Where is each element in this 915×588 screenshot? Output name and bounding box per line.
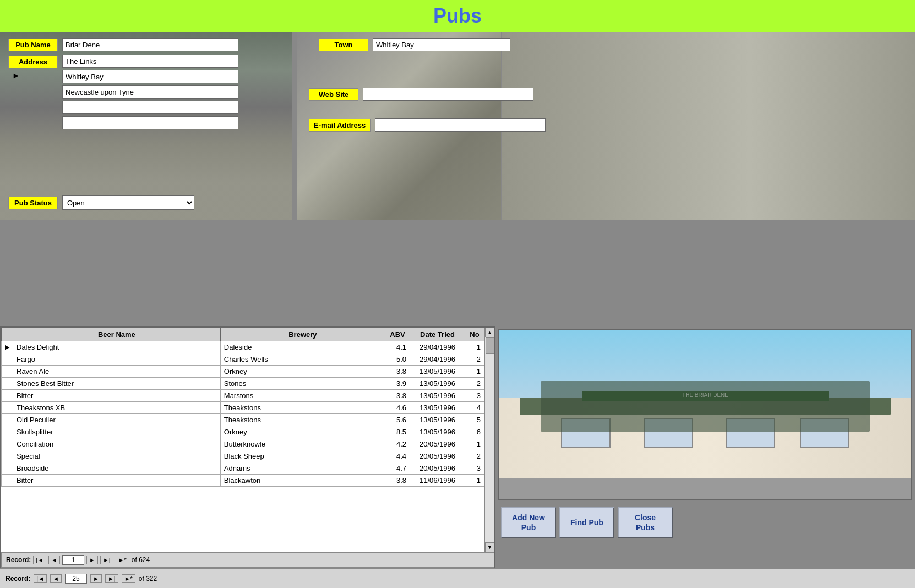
outer-prev-btn[interactable]: ◄: [50, 574, 62, 583]
row-arrow: [2, 390, 13, 402]
action-buttons: Add NewPub Find Pub ClosePubs: [498, 504, 912, 541]
row-arrow: [2, 438, 13, 450]
col-beer-name: Beer Name: [13, 328, 221, 341]
inner-new-btn[interactable]: ►*: [116, 556, 129, 564]
pub-name-label: Pub Name: [8, 39, 58, 51]
abv-cell: 4.2: [385, 438, 410, 450]
abv-cell: 5.6: [385, 414, 410, 426]
row-arrow: [2, 402, 13, 414]
date-tried-cell: 13/05/1996: [410, 426, 465, 438]
pub-status-label: Pub Status: [8, 197, 58, 209]
brewery-cell: Orkney: [220, 366, 385, 378]
find-pub-button[interactable]: Find Pub: [559, 507, 614, 538]
form-overlay: Pub Name Town Address Web: [0, 32, 915, 144]
scroll-track: [485, 337, 494, 542]
address-line2-input[interactable]: [62, 70, 238, 83]
table-row[interactable]: Theakstons XBTheakstons4.613/05/19964: [2, 402, 484, 414]
table-row[interactable]: BitterMarstons3.813/05/19963: [2, 390, 484, 402]
col-abv: ABV: [385, 328, 410, 341]
no-cell: 4: [465, 402, 484, 414]
town-input[interactable]: [373, 38, 510, 51]
inner-record-total: of 624: [132, 556, 150, 564]
no-cell: 2: [465, 378, 484, 390]
beer-name-cell: Old Peculier: [13, 414, 221, 426]
scroll-thumb[interactable]: [486, 337, 494, 354]
table-row[interactable]: SpecialBlack Sheep4.420/05/19962: [2, 450, 484, 462]
table-row[interactable]: FargoCharles Wells5.029/04/19962: [2, 353, 484, 366]
table-row[interactable]: ConciliationButterknowle4.220/05/19961: [2, 438, 484, 450]
date-tried-cell: 13/05/1996: [410, 414, 465, 426]
outer-record-nav: Record: |◄ ◄ ► ►| ►* of 322: [0, 568, 915, 588]
date-tried-cell: 29/04/1996: [410, 341, 465, 353]
brewery-cell: Theakstons: [220, 402, 385, 414]
abv-cell: 3.8: [385, 390, 410, 402]
website-input[interactable]: [363, 88, 533, 101]
table-row[interactable]: Raven AleOrkney3.813/05/19961: [2, 366, 484, 378]
row-arrow: [2, 378, 13, 390]
beer-name-cell: Dales Delight: [13, 341, 221, 353]
table-header-row: Beer Name Brewery ABV Date Tried No: [2, 328, 484, 341]
col-brewery: Brewery: [220, 328, 385, 341]
row-arrow: [2, 414, 13, 426]
date-tried-cell: 13/05/1996: [410, 366, 465, 378]
beer-table-body: ▶Dales DelightDaleside4.129/04/19961Farg…: [2, 341, 484, 487]
pub-building-image: THE BRIAR DENE: [499, 330, 911, 499]
table-row[interactable]: Old PeculierTheakstons5.613/05/19965: [2, 414, 484, 426]
no-cell: 1: [465, 438, 484, 450]
beer-name-cell: Broadside: [13, 462, 221, 475]
add-new-pub-button[interactable]: Add NewPub: [501, 507, 556, 538]
brewery-cell: Black Sheep: [220, 450, 385, 462]
inner-prev-btn[interactable]: ◄: [48, 556, 60, 564]
abv-cell: 8.5: [385, 426, 410, 438]
row-arrow: [2, 353, 13, 366]
scroll-up-arrow[interactable]: ▲: [485, 328, 494, 337]
abv-cell: 5.0: [385, 353, 410, 366]
beer-table-container: Beer Name Brewery ABV Date Tried No ▶Dal…: [0, 326, 495, 569]
inner-next-btn[interactable]: ►: [86, 556, 98, 564]
outer-last-btn[interactable]: ►|: [105, 574, 118, 583]
date-tried-cell: 29/04/1996: [410, 353, 465, 366]
inner-current-record[interactable]: [62, 555, 84, 565]
table-scrollbar[interactable]: ▲ ▼: [484, 328, 494, 552]
outer-current-record[interactable]: [65, 574, 87, 584]
town-label: Town: [319, 39, 368, 51]
table-row[interactable]: ▶Dales DelightDaleside4.129/04/19961: [2, 341, 484, 353]
address-line1-input[interactable]: [62, 55, 238, 68]
address-line3-input[interactable]: [62, 85, 238, 99]
close-pubs-button[interactable]: ClosePubs: [618, 507, 673, 538]
brewery-cell: Charles Wells: [220, 353, 385, 366]
beer-name-cell: Conciliation: [13, 438, 221, 450]
pub-status-row: Pub Status Open Closed Unknown: [8, 195, 194, 210]
inner-record-nav: Record: |◄ ◄ ► ►| ►* of 624: [1, 552, 494, 568]
table-row[interactable]: Stones Best BitterStones3.913/05/19962: [2, 378, 484, 390]
outer-record-total: of 322: [139, 575, 157, 582]
pub-status-select[interactable]: Open Closed Unknown: [62, 195, 194, 210]
address-line5-input[interactable]: [62, 116, 238, 129]
address-line4-input[interactable]: [62, 101, 238, 114]
date-tried-cell: 13/05/1996: [410, 402, 465, 414]
no-cell: 2: [465, 353, 484, 366]
row-arrow: ▶: [2, 341, 13, 353]
beer-table: Beer Name Brewery ABV Date Tried No ▶Dal…: [1, 328, 484, 487]
scroll-down-arrow[interactable]: ▼: [485, 542, 494, 552]
no-cell: 1: [465, 475, 484, 487]
website-label: Web Site: [309, 88, 358, 101]
pub-name-input[interactable]: [62, 38, 238, 51]
table-inner: Beer Name Brewery ABV Date Tried No ▶Dal…: [1, 328, 484, 552]
title-bar: Pubs: [0, 0, 915, 32]
outer-first-btn[interactable]: |◄: [34, 574, 47, 583]
inner-first-btn[interactable]: |◄: [33, 556, 46, 564]
outer-new-btn[interactable]: ►*: [122, 574, 135, 583]
beer-name-cell: Skullsplitter: [13, 426, 221, 438]
table-row[interactable]: SkullsplitterOrkney8.513/05/19966: [2, 426, 484, 438]
table-row[interactable]: BroadsideAdnams4.720/05/19963: [2, 462, 484, 475]
row-arrow: [2, 426, 13, 438]
brewery-cell: Daleside: [220, 341, 385, 353]
inner-record-label: Record:: [6, 556, 31, 564]
inner-last-btn[interactable]: ►|: [100, 556, 113, 564]
table-row[interactable]: BitterBlackawton3.811/06/19961: [2, 475, 484, 487]
outer-next-btn[interactable]: ►: [90, 574, 102, 583]
page-title: Pubs: [0, 4, 915, 28]
email-input[interactable]: [375, 118, 546, 132]
abv-cell: 4.6: [385, 402, 410, 414]
